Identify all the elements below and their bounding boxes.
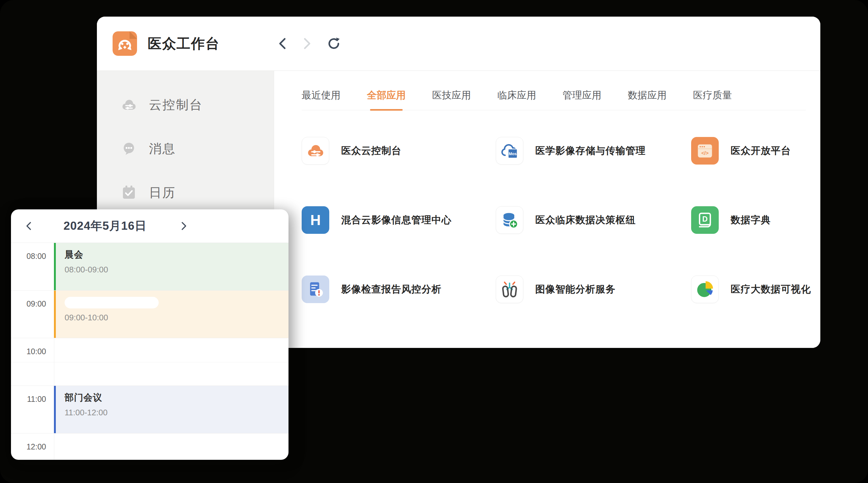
tab-clinical-apps[interactable]: 临床应用 <box>497 89 536 110</box>
calendar-day-grid: 08:00 晨会 08:00-09:00 09:00 09:00-10:00 1… <box>11 243 288 460</box>
lungs-icon <box>500 280 519 299</box>
app-open-platform[interactable]: </> 医众开放平台 <box>691 137 820 165</box>
svg-text:D: D <box>702 215 708 223</box>
app-logo-icon <box>113 31 137 56</box>
app-label: 图像智能分析服务 <box>535 283 616 296</box>
cloud-console-icon <box>121 97 137 113</box>
app-label: 医学影像存储与传输管理 <box>535 144 646 157</box>
report-alert-icon <box>306 280 325 299</box>
sidebar-item-label: 日历 <box>149 184 176 201</box>
event-title: 晨会 <box>65 249 288 261</box>
main-content: 最近使用 全部应用 医技应用 临床应用 管理应用 数据应用 医疗质量 <box>274 71 820 348</box>
refresh-button[interactable] <box>327 36 341 51</box>
app-report-risk-analysis[interactable]: 影像检查报告风控分析 <box>302 276 496 303</box>
calendar-date: 2024年5月16日 <box>33 218 177 234</box>
calendar-row-10: 10:00 <box>11 338 288 386</box>
app-label: 医疗大数据可视化 <box>731 283 811 296</box>
svg-text:</>: </> <box>701 150 708 156</box>
calendar-check-icon <box>121 184 137 201</box>
calendar-row-09: 09:00 09:00-10:00 <box>11 291 288 338</box>
sidebar-item-messages[interactable]: 消息 <box>121 133 274 164</box>
app-cloud-console[interactable]: 医众云控制台 <box>302 137 496 165</box>
chevron-right-icon <box>302 37 312 51</box>
app-hybrid-cloud-imaging[interactable]: H 混合云影像信息管理中心 <box>302 206 496 234</box>
letter-h-icon: H <box>310 212 320 228</box>
svg-text:Mos: Mos <box>508 151 517 156</box>
calendar-panel: 2024年5月16日 08:00 晨会 08:00-09:00 09:00 09… <box>11 210 288 460</box>
sidebar-item-cloud-console[interactable]: 云控制台 <box>121 89 274 120</box>
event-time: 09:00-10:00 <box>65 313 288 323</box>
app-data-dictionary[interactable]: D 数据字典 <box>691 206 820 234</box>
app-label: 混合云影像信息管理中心 <box>341 214 452 227</box>
sidebar-item-calendar[interactable]: 日历 <box>121 177 274 208</box>
app-label: 医众临床数据决策枢纽 <box>535 214 636 227</box>
back-button[interactable] <box>278 37 287 51</box>
app-title: 医众工作台 <box>148 34 220 53</box>
database-plus-icon <box>500 211 519 229</box>
sidebar-item-label: 消息 <box>149 140 176 157</box>
sidebar-item-label: 云控制台 <box>149 96 203 114</box>
calendar-event-department-meeting[interactable]: 部门会议 11:00-12:00 <box>54 386 288 433</box>
app-grid: 医众云控制台 Mos 医学影像存储与传输管理 <box>302 137 820 345</box>
calendar-row-08: 08:00 晨会 08:00-09:00 <box>11 243 288 291</box>
app-label: 医众开放平台 <box>731 144 791 157</box>
toolbar <box>278 17 341 70</box>
code-window-icon: </> <box>695 141 714 160</box>
app-clinical-data-hub[interactable]: 医众临床数据决策枢纽 <box>496 206 691 234</box>
event-title: 部门会议 <box>65 391 288 404</box>
dictionary-book-icon: D <box>695 211 714 229</box>
calendar-next-button chevron-right-icon[interactable] <box>180 221 188 231</box>
hour-label: 12:00 <box>11 442 46 451</box>
app-label: 医众云控制台 <box>341 144 401 157</box>
app-big-data-visualization[interactable]: 医疗大数据可视化 <box>691 276 820 303</box>
app-image-ai-analysis[interactable]: 图像智能分析服务 <box>496 276 691 303</box>
calendar-prev-button chevron-left-icon[interactable] <box>25 221 33 231</box>
tab-medtech-apps[interactable]: 医技应用 <box>432 89 471 110</box>
tab-quality[interactable]: 医疗质量 <box>693 89 732 110</box>
app-label: 影像检查报告风控分析 <box>341 283 441 296</box>
tab-all-apps[interactable]: 全部应用 <box>367 89 406 110</box>
screen-background: 医众工作台 <box>0 0 868 483</box>
pie-chart-icon <box>695 280 714 299</box>
hour-label: 08:00 <box>11 252 46 261</box>
chevron-left-icon <box>278 37 287 51</box>
refresh-icon <box>327 36 341 51</box>
app-image-storage[interactable]: Mos 医学影像存储与传输管理 <box>496 137 691 165</box>
event-time: 11:00-12:00 <box>65 408 288 418</box>
hour-label: 09:00 <box>11 299 46 309</box>
event-time: 08:00-09:00 <box>65 265 288 275</box>
tab-management-apps[interactable]: 管理应用 <box>563 89 601 110</box>
cloud-sliders-icon <box>306 141 325 160</box>
cloud-mos-icon: Mos <box>500 141 519 160</box>
forward-button[interactable] <box>302 37 312 51</box>
message-bubble-icon <box>121 140 137 157</box>
event-title-redacted-pill <box>65 297 159 309</box>
hour-label: 11:00 <box>11 395 46 404</box>
tab-bar: 最近使用 全部应用 医技应用 临床应用 管理应用 数据应用 医疗质量 <box>302 89 806 110</box>
app-label: 数据字典 <box>731 214 771 227</box>
hour-label: 10:00 <box>11 347 46 356</box>
calendar-event-redacted[interactable]: 09:00-10:00 <box>54 291 288 338</box>
calendar-row-11: 11:00 部门会议 11:00-12:00 <box>11 386 288 433</box>
calendar-event-morning-meeting[interactable]: 晨会 08:00-09:00 <box>54 243 288 290</box>
window-header: 医众工作台 <box>97 17 820 70</box>
tab-recent[interactable]: 最近使用 <box>302 89 341 110</box>
calendar-row-12: 12:00 <box>11 433 288 460</box>
calendar-header: 2024年5月16日 <box>11 210 288 243</box>
tab-data-apps[interactable]: 数据应用 <box>628 89 667 110</box>
